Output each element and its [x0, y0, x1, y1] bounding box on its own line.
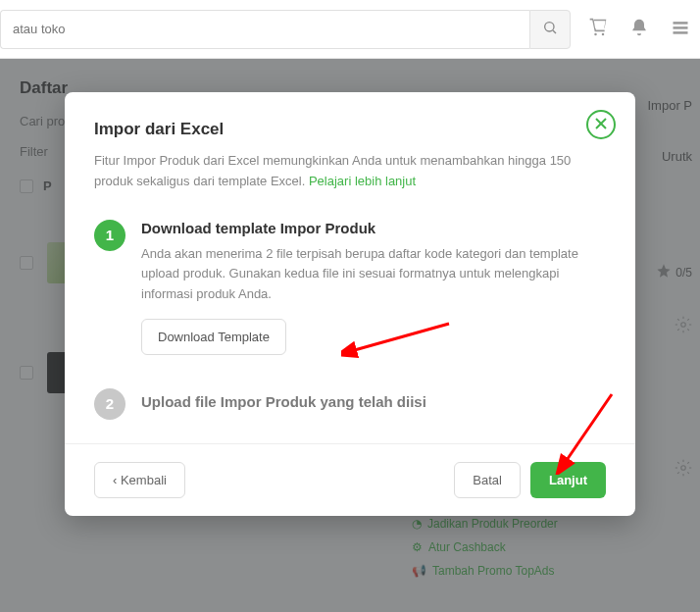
modal-body: Impor dari Excel Fitur Impor Produk dari…	[65, 92, 635, 443]
cart-icon[interactable]	[588, 18, 608, 41]
svg-point-0	[545, 23, 554, 31]
step-2-content: Upload file Impor Produk yang telah diis…	[141, 388, 606, 420]
svg-rect-2	[674, 22, 688, 25]
step-2: 2 Upload file Impor Produk yang telah di…	[94, 388, 606, 420]
back-label: Kembali	[121, 473, 167, 487]
top-icons	[588, 18, 690, 41]
learn-more-link[interactable]: Pelajari lebih lanjut	[309, 174, 416, 188]
import-modal: Impor dari Excel Fitur Impor Produk dari…	[65, 92, 635, 516]
step-2-badge: 2	[94, 388, 125, 420]
bell-icon[interactable]	[629, 18, 649, 41]
search-input[interactable]	[0, 10, 529, 49]
top-bar	[0, 0, 700, 59]
back-button[interactable]: ‹ Kembali	[94, 462, 185, 498]
modal-title: Impor dari Excel	[94, 120, 606, 139]
chevron-left-icon: ‹	[113, 473, 121, 487]
step-1-content: Download template Impor Produk Anda akan…	[141, 220, 606, 355]
cancel-button[interactable]: Batal	[454, 462, 521, 498]
modal-description: Fitur Impor Produk dari Excel memungkink…	[94, 151, 606, 192]
svg-line-1	[553, 30, 556, 33]
step-1-badge: 1	[94, 220, 125, 251]
modal-overlay: Impor dari Excel Fitur Impor Produk dari…	[0, 59, 700, 612]
close-icon	[595, 118, 607, 132]
next-button[interactable]: Lanjut	[530, 462, 606, 498]
step-2-title: Upload file Impor Produk yang telah diis…	[141, 393, 606, 410]
step-1: 1 Download template Impor Produk Anda ak…	[94, 220, 606, 355]
step-1-title: Download template Impor Produk	[141, 220, 606, 236]
svg-rect-3	[674, 26, 688, 29]
search-button[interactable]	[529, 10, 571, 49]
search-icon	[542, 20, 558, 38]
menu-icon[interactable]	[671, 18, 690, 41]
footer-right: Batal Lanjut	[454, 462, 606, 498]
svg-rect-4	[674, 31, 688, 33]
modal-footer: ‹ Kembali Batal Lanjut	[65, 443, 635, 516]
step-1-desc: Anda akan menerima 2 file terpisah berup…	[141, 244, 606, 305]
search-container	[0, 10, 571, 49]
download-template-button[interactable]: Download Template	[141, 319, 286, 355]
close-button[interactable]	[586, 110, 616, 139]
